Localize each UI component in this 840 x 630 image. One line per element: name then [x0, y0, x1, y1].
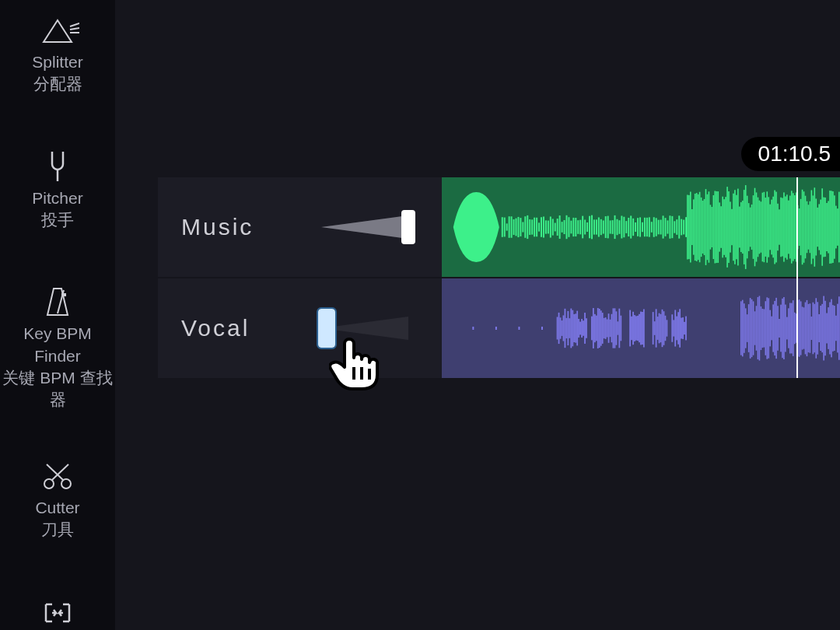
- svg-rect-306: [799, 299, 800, 357]
- svg-rect-15: [509, 216, 510, 238]
- sidebar-item-keybpm[interactable]: Key BPM Finder 关键 BPM 查找器: [0, 278, 115, 411]
- svg-rect-314: [811, 317, 813, 340]
- svg-rect-227: [605, 317, 607, 339]
- svg-rect-83: [665, 218, 667, 236]
- svg-rect-26: [534, 218, 535, 237]
- sidebar-item-pitcher[interactable]: Pitcher 投手: [0, 142, 115, 232]
- svg-rect-175: [813, 195, 814, 258]
- track-label: Music: [181, 214, 267, 240]
- svg-rect-108: [710, 205, 712, 249]
- svg-rect-223: [599, 309, 600, 348]
- svg-rect-123: [733, 194, 734, 261]
- svg-rect-78: [653, 217, 655, 237]
- svg-rect-269: [742, 300, 744, 357]
- svg-rect-204: [566, 318, 568, 338]
- svg-rect-19: [517, 217, 519, 237]
- svg-rect-106: [707, 194, 709, 260]
- svg-rect-39: [564, 220, 565, 234]
- svg-rect-159: [788, 201, 789, 254]
- svg-rect-232: [613, 308, 614, 348]
- svg-rect-163: [794, 195, 796, 259]
- svg-rect-30: [543, 216, 544, 237]
- svg-rect-21: [522, 222, 523, 232]
- svg-rect-221: [596, 316, 597, 341]
- volume-slider-vocal[interactable]: [321, 313, 408, 344]
- svg-rect-329: [834, 306, 835, 351]
- waveform-vocal[interactable]: [442, 278, 840, 378]
- svg-rect-233: [614, 308, 616, 348]
- svg-rect-225: [602, 313, 604, 344]
- svg-rect-280: [759, 296, 761, 360]
- svg-rect-210: [575, 313, 576, 342]
- svg-rect-28: [538, 222, 540, 231]
- volume-slider-music[interactable]: [321, 212, 408, 243]
- sidebar-item-joiner[interactable]: Joiner 木匠: [0, 587, 115, 630]
- svg-rect-315: [813, 303, 814, 355]
- svg-rect-65: [623, 217, 625, 238]
- svg-rect-257: [666, 320, 667, 336]
- svg-rect-102: [701, 198, 702, 257]
- svg-rect-323: [824, 301, 826, 356]
- svg-rect-154: [780, 198, 782, 257]
- svg-rect-240: [632, 312, 634, 345]
- sidebar-item-label-cn: 关键 BPM 查找器: [0, 367, 115, 411]
- svg-rect-330: [835, 316, 837, 341]
- slider-thumb[interactable]: [318, 309, 335, 348]
- svg-rect-37: [559, 215, 561, 239]
- svg-rect-310: [805, 303, 807, 355]
- svg-rect-194: [472, 327, 474, 330]
- svg-rect-168: [802, 190, 803, 264]
- svg-rect-324: [826, 313, 828, 344]
- svg-rect-187: [831, 191, 832, 263]
- svg-rect-13: [504, 218, 506, 237]
- waveform-music[interactable]: [442, 177, 840, 277]
- svg-rect-113: [717, 191, 719, 263]
- sidebar-item-splitter[interactable]: Splitter 分配器: [0, 6, 115, 96]
- slider-thumb[interactable]: [401, 210, 415, 244]
- svg-rect-109: [712, 207, 713, 247]
- svg-rect-79: [656, 218, 657, 236]
- svg-rect-57: [605, 216, 607, 238]
- svg-rect-224: [600, 310, 602, 345]
- svg-rect-270: [744, 303, 745, 353]
- svg-rect-196: [518, 327, 520, 330]
- svg-rect-125: [736, 195, 737, 260]
- svg-rect-192: [838, 192, 840, 263]
- svg-rect-182: [823, 198, 824, 257]
- svg-rect-289: [772, 304, 774, 352]
- svg-rect-68: [630, 215, 632, 238]
- svg-rect-95: [690, 192, 691, 263]
- svg-rect-188: [832, 191, 834, 263]
- svg-rect-127: [739, 207, 740, 248]
- svg-rect-243: [637, 316, 639, 341]
- svg-rect-141: [761, 201, 762, 252]
- svg-rect-69: [632, 219, 634, 236]
- prism-icon: [36, 6, 79, 45]
- svg-rect-42: [570, 221, 572, 234]
- svg-rect-191: [837, 208, 838, 246]
- svg-rect-290: [774, 301, 775, 355]
- svg-rect-208: [572, 310, 573, 347]
- svg-rect-283: [764, 309, 765, 347]
- svg-rect-226: [604, 318, 605, 338]
- svg-rect-146: [768, 197, 769, 257]
- sidebar-item-cutter[interactable]: Cutter 刀具: [0, 452, 115, 541]
- svg-rect-91: [683, 220, 684, 235]
- svg-rect-328: [832, 305, 834, 352]
- svg-rect-14: [506, 223, 508, 230]
- svg-rect-136: [753, 195, 754, 259]
- svg-rect-214: [581, 319, 583, 338]
- svg-rect-331: [837, 304, 838, 353]
- svg-rect-70: [635, 222, 636, 232]
- svg-rect-248: [653, 312, 654, 345]
- svg-rect-268: [740, 301, 742, 355]
- svg-rect-252: [659, 313, 660, 344]
- svg-rect-332: [838, 296, 840, 359]
- svg-rect-300: [789, 303, 791, 354]
- svg-rect-139: [758, 198, 759, 257]
- svg-rect-299: [788, 308, 789, 348]
- svg-rect-120: [728, 191, 730, 263]
- svg-rect-77: [651, 222, 653, 233]
- svg-rect-148: [771, 200, 772, 255]
- playhead[interactable]: [796, 177, 798, 378]
